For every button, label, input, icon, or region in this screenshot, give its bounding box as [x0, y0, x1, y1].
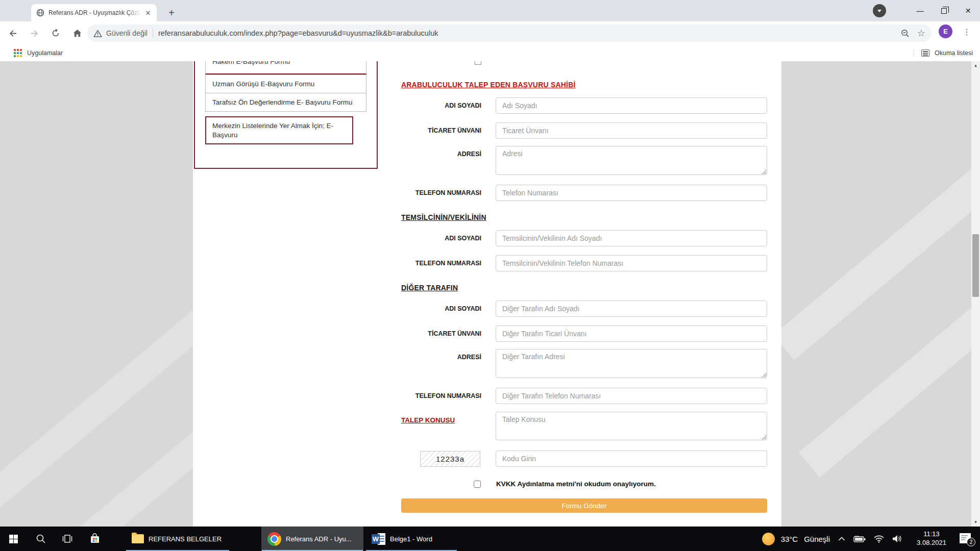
taskbar: REFERANS BELGELER Referans ADR - Uyu... … — [0, 527, 980, 551]
window-controls: — ✕ — [908, 0, 980, 21]
section-title-temsilci: TEMSİLCİNİN/VEKİLİNİN — [401, 213, 767, 221]
weather-temp: 33°C — [781, 535, 798, 543]
talep-konusu-textarea[interactable] — [496, 412, 767, 440]
weather-sun-icon[interactable] — [762, 533, 775, 545]
reading-list-icon — [921, 49, 929, 57]
back-icon[interactable] — [4, 24, 21, 42]
minimize-button[interactable]: — — [908, 0, 932, 21]
diger-taraf-adresi-textarea[interactable] — [496, 349, 767, 378]
form-row: TELEFON NUMARASI — [401, 185, 767, 201]
sidebar-item-merkezin-listeleri[interactable]: Merkezin Listelerinde Yer Almak İçin; E-… — [205, 116, 353, 144]
form-row: TALEP KONUSU — [401, 412, 767, 442]
firefox-icon — [239, 532, 253, 546]
form-row: ADRESİ — [401, 146, 767, 177]
kvkk-row: KVKK Aydınlatma metni'ni okudum onaylıyo… — [401, 480, 767, 488]
zoom-out-icon[interactable] — [900, 29, 910, 38]
notification-badge: 2 — [967, 538, 975, 546]
task-view-icon[interactable] — [55, 527, 80, 551]
taskbar-clock[interactable]: 11:13 3.08.2021 — [912, 530, 951, 547]
browser-tab[interactable]: Referans ADR - Uyuşmazlık Çözü ✕ — [31, 4, 157, 21]
diger-taraf-adi-soyadi-input[interactable] — [496, 300, 767, 317]
temsilci-adi-soyadi-input[interactable] — [496, 230, 767, 246]
ticaret-unvani-input[interactable] — [496, 122, 767, 139]
scrollbar-thumb[interactable] — [972, 234, 979, 297]
close-button[interactable]: ✕ — [956, 0, 980, 21]
web-page: Hakem E-Başvuru Formu Uzman Görüşü E-Baş… — [0, 61, 980, 527]
kvkk-checkbox[interactable] — [474, 481, 481, 488]
security-indicator[interactable]: Güvenli değil — [93, 29, 148, 37]
word-icon: W — [372, 533, 385, 545]
sidebar-item-uzman-gorusu[interactable]: Uzman Görüşü E-Başvuru Formu — [205, 74, 366, 93]
tab-close-icon[interactable]: ✕ — [143, 8, 153, 17]
field-label: ADI SOYADI — [401, 102, 481, 109]
apps-label[interactable]: Uygulamalar — [27, 49, 63, 57]
field-label: TİCARET ÜNVANI — [401, 330, 481, 337]
address-divider — [153, 29, 153, 38]
adi-soyadi-input[interactable] — [496, 97, 767, 114]
talep-konusu-label: TALEP KONUSU — [401, 412, 481, 424]
bookmark-star-icon[interactable]: ☆ — [917, 29, 925, 38]
wifi-icon[interactable] — [874, 535, 884, 543]
bookmarks-divider — [914, 49, 914, 57]
submit-form-button[interactable]: Formu Gönder — [401, 498, 767, 513]
temsilci-telefon-input[interactable] — [496, 255, 767, 271]
weather-condition: Güneşli — [804, 535, 830, 543]
bookmarks-bar: Uygulamalar Okuma listesi — [0, 45, 980, 61]
form-row: ADRESİ — [401, 349, 767, 380]
adresi-textarea[interactable] — [496, 146, 767, 175]
volume-icon[interactable] — [892, 535, 902, 543]
browser-menu-icon[interactable]: ⋮ — [961, 26, 973, 38]
browser-update-icon[interactable] — [873, 4, 886, 17]
taskbar-app-explorer[interactable]: REFERANS BELGELER — [126, 527, 230, 551]
clipped-checkbox[interactable] — [475, 61, 481, 65]
reload-icon[interactable] — [47, 24, 64, 42]
field-label: TELEFON NUMARASI — [401, 392, 481, 399]
battery-icon[interactable] — [853, 536, 866, 542]
diger-taraf-ticaret-unvani-input[interactable] — [496, 325, 767, 342]
clock-date: 3.08.2021 — [917, 539, 946, 546]
form-row: ADI SOYADI — [401, 97, 767, 114]
screen: Referans ADR - Uyuşmazlık Çözü ✕ + — ✕ — [0, 0, 980, 551]
field-label: ADRESİ — [401, 146, 481, 158]
telefon-numarasi-input[interactable] — [496, 185, 767, 201]
restore-button[interactable] — [932, 0, 956, 21]
taskbar-app-chrome[interactable]: Referans ADR - Uyu... — [261, 527, 363, 551]
field-label: TELEFON NUMARASI — [401, 189, 481, 196]
browser-titlebar: Referans ADR - Uyuşmazlık Çözü ✕ + — ✕ — [0, 0, 980, 21]
scroll-down-icon[interactable]: ▼ — [971, 518, 980, 527]
form-row: ADI SOYADI — [401, 300, 767, 317]
hidden-icons-chevron[interactable] — [838, 536, 845, 541]
diger-taraf-telefon-input[interactable] — [496, 388, 767, 404]
sidebar-item-tarafsiz-on-degerlendirme[interactable]: Tarafsız Ön Değerlendirme E- Başvuru For… — [205, 93, 366, 112]
form-row: ADI SOYADI — [401, 230, 767, 246]
chrome-icon — [267, 532, 281, 546]
forward-icon[interactable] — [26, 24, 43, 42]
field-label: ADI SOYADI — [401, 305, 481, 312]
background-ribbon — [773, 61, 980, 360]
field-label: ADI SOYADI — [401, 235, 481, 242]
url-text[interactable]: referansarabuluculuk.com/index.php?page=… — [158, 29, 895, 37]
page-scrollbar[interactable]: ▲ ▼ — [971, 61, 980, 527]
captcha-image: 12233a — [420, 451, 480, 467]
profile-avatar[interactable]: E — [939, 24, 952, 38]
form-row: TİCARET ÜNVANI — [401, 122, 767, 139]
clock-time: 11:13 — [923, 530, 940, 538]
start-button[interactable] — [0, 527, 27, 551]
new-tab-button[interactable]: + — [164, 6, 179, 20]
taskbar-app-word[interactable]: W Belge1 - Word — [365, 527, 457, 551]
weather-widget[interactable]: 33°C Güneşli — [781, 535, 830, 543]
captcha-input[interactable] — [496, 450, 767, 467]
captcha-row: 12233a — [401, 450, 767, 467]
microsoft-store-icon[interactable] — [82, 527, 108, 551]
scroll-up-icon[interactable]: ▲ — [971, 61, 980, 70]
taskbar-search-icon[interactable] — [29, 527, 53, 551]
home-icon[interactable] — [68, 24, 86, 42]
sidebar-item-hakem[interactable]: Hakem E-Başvuru Formu — [205, 61, 366, 74]
address-bar[interactable]: Güvenli değil referansarabuluculuk.com/i… — [87, 24, 932, 42]
taskbar-app-firefox[interactable] — [233, 527, 259, 551]
chrome-window-title: Referans ADR - Uyu... — [286, 535, 352, 543]
sidebar-menu: Hakem E-Başvuru Formu Uzman Görüşü E-Baş… — [194, 61, 378, 169]
action-center-icon[interactable]: 2 — [960, 533, 973, 544]
reading-list[interactable]: Okuma listesi — [914, 49, 973, 57]
apps-grid-icon[interactable] — [14, 49, 22, 57]
